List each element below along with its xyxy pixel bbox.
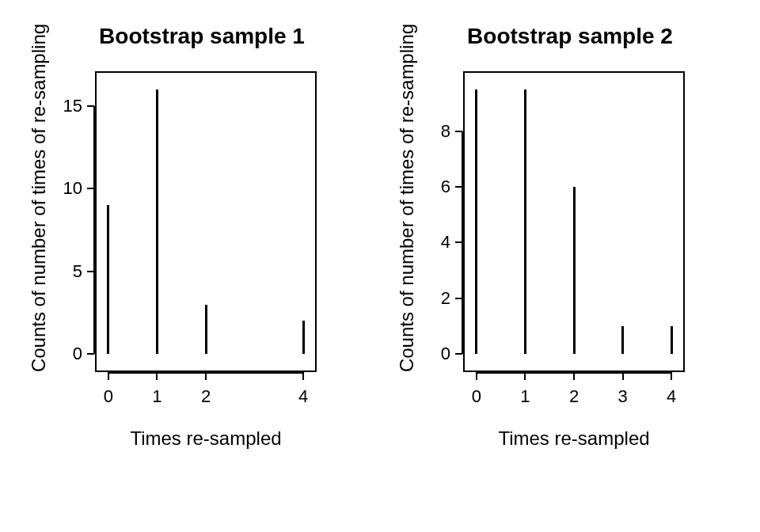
y-tick bbox=[87, 188, 94, 189]
chart-title: Bootstrap sample 1 bbox=[44, 24, 360, 49]
bar bbox=[573, 187, 576, 354]
x-tick-label: 1 bbox=[509, 386, 541, 407]
y-tick-label: 2 bbox=[416, 288, 450, 309]
y-tick bbox=[455, 298, 462, 299]
bar bbox=[205, 305, 207, 355]
x-axis-label: Times re-sampled bbox=[447, 428, 701, 450]
y-tick-label: 4 bbox=[416, 232, 450, 253]
y-tick-label: 10 bbox=[48, 178, 82, 199]
bar bbox=[475, 89, 477, 354]
x-tick-label: 4 bbox=[287, 386, 319, 407]
y-tick-label: 6 bbox=[416, 177, 450, 197]
y-tick bbox=[87, 271, 94, 272]
bar bbox=[302, 321, 305, 354]
y-tick-label: 15 bbox=[48, 96, 82, 116]
x-tick-label: 2 bbox=[558, 386, 590, 407]
chart-title: Bootstrap sample 2 bbox=[412, 24, 728, 49]
y-tick-label: 5 bbox=[48, 261, 82, 282]
y-axis bbox=[93, 106, 95, 355]
x-tick-label: 3 bbox=[607, 386, 639, 407]
y-tick-label: 0 bbox=[416, 344, 450, 364]
x-tick bbox=[156, 372, 158, 380]
x-tick-label: 1 bbox=[141, 386, 173, 407]
bar bbox=[621, 326, 624, 354]
x-tick bbox=[108, 372, 109, 380]
x-tick bbox=[524, 372, 526, 380]
x-tick bbox=[671, 372, 672, 380]
y-tick bbox=[455, 186, 462, 188]
x-tick-label: 0 bbox=[93, 386, 124, 407]
bar bbox=[524, 89, 526, 354]
bar bbox=[107, 205, 109, 354]
x-tick bbox=[622, 372, 624, 380]
x-tick bbox=[476, 372, 477, 380]
figure: Bootstrap sample 10510150124Times re-sam… bbox=[0, 0, 760, 532]
y-axis-label: Counts of number of times of re-sampling bbox=[28, 0, 50, 396]
x-tick-label: 2 bbox=[190, 386, 222, 407]
x-tick bbox=[205, 372, 207, 380]
x-axis-label: Times re-sampled bbox=[79, 428, 332, 450]
y-tick bbox=[455, 131, 462, 132]
x-tick bbox=[573, 372, 575, 380]
y-tick-label: 8 bbox=[416, 121, 450, 142]
y-tick bbox=[455, 353, 462, 355]
bar bbox=[156, 89, 158, 354]
y-tick-label: 0 bbox=[48, 344, 82, 364]
y-tick bbox=[455, 241, 462, 243]
x-tick bbox=[302, 372, 304, 380]
x-tick-label: 4 bbox=[656, 386, 687, 407]
bar bbox=[671, 326, 673, 354]
x-tick-label: 0 bbox=[461, 386, 492, 407]
y-tick bbox=[87, 353, 94, 355]
y-tick bbox=[87, 105, 94, 107]
y-axis-label: Counts of number of times of re-sampling bbox=[396, 0, 418, 396]
